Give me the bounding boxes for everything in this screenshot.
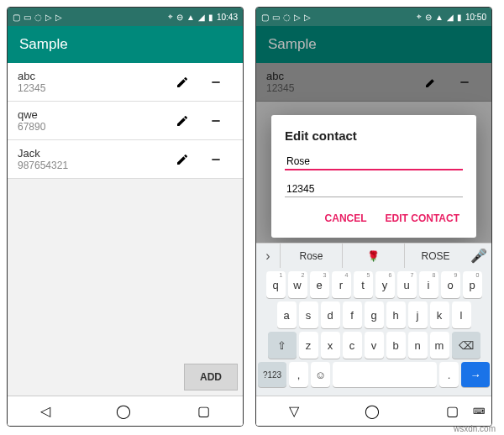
contact-list: abc 12345 qwe 67890 Jack [8,63,243,179]
key-f[interactable]: f [343,301,362,328]
key-symbols[interactable]: ?123 [258,362,286,387]
key-u[interactable]: u7 [397,271,417,298]
key-z[interactable]: z [299,332,318,359]
key-w[interactable]: w2 [288,271,307,298]
key-r[interactable]: r4 [332,271,351,298]
watermark: wsxdn.com [454,424,496,433]
key-s[interactable]: s [299,301,318,328]
location-icon: ⌖ [168,12,173,22]
key-c[interactable]: c [343,332,362,359]
mic-icon[interactable]: 🎤 [466,248,491,264]
contact-phone: 987654321 [18,160,165,171]
key-emoji[interactable]: ☺ [311,362,330,387]
wifi-icon: ▲ [435,13,444,22]
list-item[interactable]: abc 12345 [8,63,243,102]
key-i[interactable]: i8 [419,271,438,298]
key-l[interactable]: l [452,301,471,328]
contact-name: Jack [18,147,165,160]
suggestion[interactable]: 🌹 [342,244,404,268]
signal-icon: ◢ [447,13,454,22]
key-g[interactable]: g [365,301,384,328]
loading-icon: ◌ [34,13,42,22]
edit-icon[interactable] [171,71,194,94]
play-icon: ▷ [304,13,311,22]
key-b[interactable]: b [386,332,406,359]
key-space[interactable] [333,362,437,387]
play-icon: ▷ [294,13,301,22]
add-row: ADD [8,359,243,396]
key-t[interactable]: t5 [354,271,373,298]
dialog-title: Edit contact [285,128,463,143]
key-v[interactable]: v [365,332,384,359]
content-area: abc 12345 qwe 67890 Jack [8,63,243,396]
name-field[interactable] [285,153,463,170]
square-icon: ▢ [13,13,20,22]
key-a[interactable]: a [277,301,297,328]
contact-phone: 67890 [18,121,165,133]
tv-icon: ▭ [24,13,31,22]
recents-icon[interactable]: ▢ [197,403,210,419]
key-k[interactable]: k [430,301,449,328]
battery-icon: ▮ [457,13,462,22]
recents-icon[interactable]: ▢ [446,403,459,419]
status-bar: ▢ ▭ ◌ ▷ ▷ ⌖ ⊖ ▲ ◢ ▮ 10:43 [8,8,243,26]
key-x[interactable]: x [321,332,340,359]
suggestion[interactable]: Rose [280,244,342,268]
contact-name: qwe [18,108,165,121]
phone-right: ▢ ▭ ◌ ▷ ▷ ⌖ ⊖ ▲ ◢ ▮ 10:50 Sample [255,7,492,427]
tv-icon: ▭ [272,13,280,22]
square-icon: ▢ [261,13,269,22]
suggestion[interactable]: ROSE [404,244,466,268]
home-icon[interactable]: ◯ [365,403,380,419]
key-q[interactable]: q1 [266,271,286,298]
clock: 10:50 [465,13,486,22]
contact-name: abc [18,70,165,82]
play-icon: ▷ [45,13,52,22]
add-button[interactable]: ADD [184,364,238,390]
list-item[interactable]: Jack 987654321 [8,140,243,179]
remove-icon[interactable] [204,71,228,94]
key-j[interactable]: j [408,301,428,328]
keyboard-hide-icon[interactable]: ▽ [289,403,299,419]
key-y[interactable]: y6 [375,271,395,298]
remove-icon[interactable] [204,109,228,133]
key-m[interactable]: m [430,332,449,359]
edit-contact-dialog: Edit contact CANCEL EDIT CONTACT [271,115,476,238]
key-e[interactable]: e3 [310,271,329,298]
clock: 10:43 [217,13,238,22]
edit-icon[interactable] [171,109,194,133]
back-icon[interactable]: ◁ [40,403,50,419]
app-bar: Sample [256,26,491,63]
edit-icon[interactable] [171,148,194,171]
key-p[interactable]: p0 [463,271,482,298]
key-n[interactable]: n [408,332,428,359]
home-icon[interactable]: ◯ [116,403,131,419]
chevron-right-icon[interactable]: › [256,249,280,264]
key-enter[interactable]: → [461,362,490,387]
key-shift[interactable]: ⇧ [268,332,297,359]
signal-icon: ◢ [198,13,205,22]
content-area: abc 12345 ADD Edit contact CANCEL EDIT C… [256,63,491,243]
contact-phone: 12345 [18,82,165,94]
keyboard: q1w2e3r4t5y6u7i8o9p0 asdfghjkl ⇧zxcvbnm⌫… [256,268,491,396]
key-h[interactable]: h [386,301,406,328]
dnd-icon: ⊖ [176,13,183,22]
key-d[interactable]: d [321,301,340,328]
cancel-button[interactable]: CANCEL [322,207,370,229]
remove-icon[interactable] [204,148,228,171]
key-period[interactable]: . [439,362,459,387]
ime-icon[interactable]: ⌨ [473,406,485,416]
status-bar: ▢ ▭ ◌ ▷ ▷ ⌖ ⊖ ▲ ◢ ▮ 10:50 [256,8,491,26]
key-comma[interactable]: , [289,362,308,387]
nav-bar: ▽ ◯ ▢ ⌨ [256,396,491,426]
app-title: Sample [19,36,68,53]
app-bar: Sample [8,26,243,63]
key-backspace[interactable]: ⌫ [452,332,480,359]
loading-icon: ◌ [283,13,291,22]
phone-field[interactable] [285,181,463,197]
list-item[interactable]: qwe 67890 [8,102,243,140]
confirm-button[interactable]: EDIT CONTACT [382,207,463,229]
app-title: Sample [268,36,317,53]
key-o[interactable]: o9 [441,271,460,298]
battery-icon: ▮ [208,13,213,22]
